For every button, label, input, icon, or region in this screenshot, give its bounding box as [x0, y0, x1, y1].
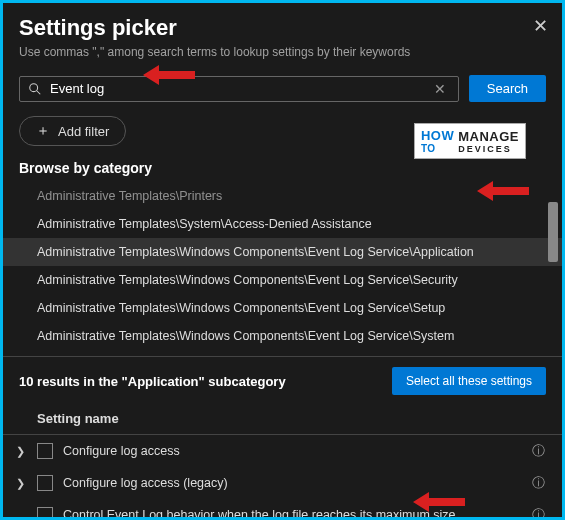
category-item[interactable]: Administrative Templates\Windows Compone… [3, 266, 562, 294]
info-icon[interactable]: ⓘ [530, 506, 546, 520]
svg-line-1 [37, 90, 41, 94]
setting-label: Control Event Log behavior when the log … [63, 508, 520, 520]
add-filter-button[interactable]: ＋ Add filter [19, 116, 126, 146]
column-header-setting-name: Setting name [3, 405, 562, 435]
close-icon[interactable]: ✕ [533, 15, 548, 37]
info-icon[interactable]: ⓘ [530, 474, 546, 492]
browse-by-category-header: Browse by category [3, 156, 562, 182]
category-item[interactable]: Administrative Templates\Windows Compone… [3, 322, 562, 350]
category-item[interactable]: Administrative Templates\Windows Compone… [3, 294, 562, 322]
scrollbar-thumb[interactable] [548, 202, 558, 262]
svg-point-0 [30, 83, 38, 91]
search-field-wrap: ✕ [19, 76, 459, 102]
select-all-button[interactable]: Select all these settings [392, 367, 546, 395]
page-subtitle: Use commas "," among search terms to loo… [19, 45, 546, 59]
results-summary: 10 results in the "Application" subcateg… [19, 374, 286, 389]
settings-list: ❯Configure log accessⓘ❯Configure log acc… [3, 435, 562, 520]
setting-checkbox[interactable] [37, 443, 53, 459]
category-item[interactable]: Administrative Templates\System\Access-D… [3, 210, 562, 238]
plus-icon: ＋ [36, 122, 50, 140]
chevron-right-icon[interactable]: ❯ [13, 477, 27, 490]
setting-row[interactable]: ❯Control Event Log behavior when the log… [3, 499, 562, 520]
search-input[interactable] [50, 81, 430, 96]
setting-checkbox[interactable] [37, 507, 53, 520]
setting-row[interactable]: ❯Configure log access (legacy)ⓘ [3, 467, 562, 499]
watermark-badge: HOW TO MANAGE DEVICES [414, 123, 526, 159]
info-icon[interactable]: ⓘ [530, 442, 546, 460]
setting-label: Configure log access [63, 444, 520, 458]
page-title: Settings picker [19, 15, 546, 41]
category-list: Administrative Templates\PrintersAdminis… [3, 182, 562, 350]
add-filter-label: Add filter [58, 124, 109, 139]
category-item[interactable]: Administrative Templates\Windows Compone… [3, 238, 562, 266]
setting-label: Configure log access (legacy) [63, 476, 520, 490]
setting-row[interactable]: ❯Configure log accessⓘ [3, 435, 562, 467]
search-button[interactable]: Search [469, 75, 546, 102]
chevron-right-icon[interactable]: ❯ [13, 445, 27, 458]
clear-search-icon[interactable]: ✕ [430, 81, 450, 97]
category-item[interactable]: Administrative Templates\Printers [3, 182, 562, 210]
setting-checkbox[interactable] [37, 475, 53, 491]
search-icon [28, 82, 42, 96]
